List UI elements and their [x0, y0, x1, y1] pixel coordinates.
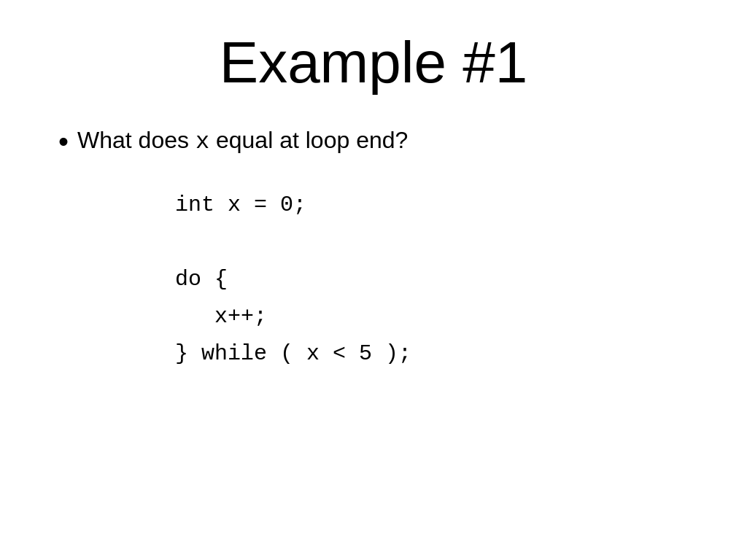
code-line-2 — [175, 224, 703, 261]
code-line-1: int x = 0; — [175, 187, 703, 224]
slide-title: Example #1 — [44, 29, 703, 96]
bullet-dot: • — [58, 125, 69, 158]
bullet-text: What does x equal at loop end? — [77, 125, 408, 158]
slide: Example #1 • What does x equal at loop e… — [0, 0, 747, 560]
code-line-3: do { — [175, 261, 703, 298]
bullet-section: • What does x equal at loop end? int x =… — [44, 125, 703, 373]
bullet-suffix: equal at loop end? — [209, 127, 408, 153]
code-line-4: x++; — [175, 298, 703, 335]
bullet-item: • What does x equal at loop end? — [58, 125, 703, 158]
code-block: int x = 0; do { x++; } while ( x < 5 ); — [58, 187, 703, 373]
bullet-prefix: What does — [77, 127, 196, 153]
code-line-5: } while ( x < 5 ); — [175, 335, 703, 373]
bullet-code-var: x — [196, 128, 209, 155]
